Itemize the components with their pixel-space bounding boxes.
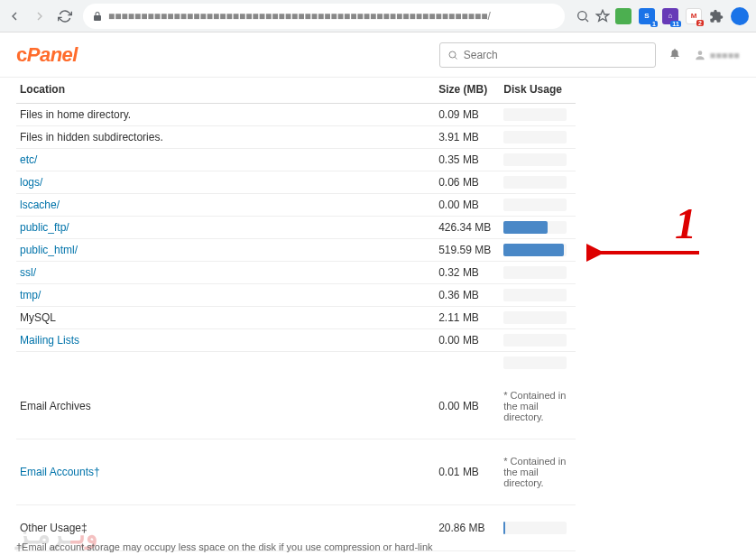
cell-usage xyxy=(494,262,576,284)
cell-size: 0.00 MB xyxy=(435,374,494,439)
table-row: lscache/ 0.00 MB xyxy=(16,194,576,217)
usage-bar xyxy=(503,199,567,211)
profile-icon[interactable] xyxy=(731,7,749,25)
extensions: S1 ⌂11 M2 xyxy=(615,7,749,25)
dir-link[interactable]: Mailing Lists xyxy=(20,334,79,347)
cell-location: ssl/ xyxy=(16,262,435,284)
dir-link[interactable]: Email Accounts† xyxy=(20,466,100,478)
dir-link[interactable]: public_html/ xyxy=(20,244,78,256)
cell-location: Files in home directory. xyxy=(16,104,435,126)
cell-size: 0.01 MB xyxy=(435,439,494,505)
usage-bar xyxy=(503,131,567,143)
cell-location: etc/ xyxy=(16,149,435,171)
usage-bar xyxy=(503,266,567,279)
usage-bar xyxy=(503,311,567,324)
dir-link[interactable]: tmp/ xyxy=(20,289,41,301)
search-url-icon[interactable] xyxy=(576,9,590,23)
table-row: tmp/ 0.36 MB xyxy=(16,284,576,307)
cell-location: Files in hidden subdirectories. xyxy=(16,126,435,149)
usage-bar xyxy=(503,176,567,189)
cell-size: 0.32 MB xyxy=(435,262,494,284)
cell-location: tmp/ xyxy=(16,284,435,307)
lock-icon xyxy=(92,11,103,22)
cell-usage xyxy=(494,217,576,239)
dir-link[interactable]: etc/ xyxy=(20,153,37,166)
usage-bar xyxy=(503,153,567,166)
table-row: Mailing Lists 0.00 MB xyxy=(16,329,576,352)
table-row: MySQL 2.11 MB xyxy=(16,307,576,329)
cell-usage xyxy=(494,284,576,307)
reload-icon[interactable] xyxy=(58,9,72,23)
cell-usage xyxy=(494,171,576,194)
ext-icon-4[interactable]: M2 xyxy=(686,8,702,24)
cell-location: logs/ xyxy=(16,171,435,194)
dir-link[interactable]: public_ftp/ xyxy=(20,221,69,234)
usage-bar xyxy=(503,522,567,534)
cell-size: 0.35 MB xyxy=(435,149,494,171)
usage-bar xyxy=(503,108,567,121)
forward-icon[interactable] xyxy=(32,9,47,23)
cell-location: lscache/ xyxy=(16,194,435,217)
table-row: public_html/ 519.59 MB xyxy=(16,239,576,262)
cell-note: * Contained in the mail directory. xyxy=(494,439,576,505)
cell-usage xyxy=(494,126,576,149)
col-location: Location xyxy=(16,78,435,104)
cell-size: 20.86 MB xyxy=(435,505,494,551)
col-size: Size (MB) xyxy=(435,78,494,104)
total-used: 974.00 MB total disk space used. xyxy=(435,551,576,556)
dir-link[interactable]: logs/ xyxy=(20,176,42,189)
usage-bar xyxy=(503,244,567,256)
star-icon[interactable] xyxy=(595,9,610,23)
table-row: etc/ 0.35 MB xyxy=(16,149,576,171)
user-menu[interactable]: ■■■■■ xyxy=(694,49,740,61)
table-row: logs/ 0.06 MB xyxy=(16,171,576,194)
address-bar[interactable]: ■■■■■■■■■■■■■■■■■■■■■■■■■■■■■■■■■■■■■■■■… xyxy=(83,4,565,29)
cell-usage xyxy=(494,307,576,329)
cell-usage xyxy=(494,239,576,262)
cell-size: 2.11 MB xyxy=(435,307,494,329)
cpanel-logo[interactable]: cPanel xyxy=(16,43,78,67)
table-row: Files in home directory. 0.09 MB xyxy=(16,104,576,126)
cell-usage xyxy=(494,194,576,217)
cell-location: public_ftp/ xyxy=(16,217,435,239)
svg-point-2 xyxy=(697,51,702,55)
back-icon[interactable] xyxy=(7,9,22,23)
cell-location: public_html/ xyxy=(16,239,435,262)
cell-size: 426.34 MB xyxy=(435,217,494,239)
search-input[interactable] xyxy=(464,49,648,61)
cell-usage xyxy=(494,149,576,171)
table-row: public_ftp/ 426.34 MB xyxy=(16,217,576,239)
puzzle-icon[interactable] xyxy=(709,9,724,23)
svg-point-1 xyxy=(449,51,456,58)
bell-icon[interactable] xyxy=(668,47,681,62)
cell-usage xyxy=(494,505,576,551)
cell-note: * Contained in the mail directory. xyxy=(494,374,576,439)
dir-link[interactable]: ssl/ xyxy=(20,266,36,279)
cell-size: 0.06 MB xyxy=(435,171,494,194)
cell-size: 0.00 MB xyxy=(435,329,494,352)
cell-size: 0.09 MB xyxy=(435,104,494,126)
ext-icon-3[interactable]: ⌂11 xyxy=(662,8,678,24)
url-text: ■■■■■■■■■■■■■■■■■■■■■■■■■■■■■■■■■■■■■■■■… xyxy=(108,10,491,23)
disk-usage-table: Location Size (MB) Disk Usage Files in h… xyxy=(16,78,576,555)
search-box[interactable] xyxy=(439,42,656,68)
table-row: Files in hidden subdirectories. 3.91 MB xyxy=(16,126,576,149)
cell-location: MySQL xyxy=(16,307,435,329)
ext-icon-1[interactable] xyxy=(615,8,632,24)
cell-location: Email Archives xyxy=(16,374,435,439)
cpanel-header: cPanel ■■■■■ xyxy=(0,32,756,78)
ext-icon-2[interactable]: S1 xyxy=(639,8,655,24)
footnote: †Email account storage may occupy less s… xyxy=(16,541,433,552)
cell-location: Email Accounts† xyxy=(16,439,435,505)
svg-point-0 xyxy=(578,11,586,19)
usage-bar xyxy=(503,289,567,301)
cell-size: 519.59 MB xyxy=(435,239,494,262)
cell-size: 0.36 MB xyxy=(435,284,494,307)
usage-bar xyxy=(503,334,567,347)
dir-link[interactable]: lscache/ xyxy=(20,199,60,211)
search-icon xyxy=(447,50,458,60)
cell-usage xyxy=(494,329,576,352)
main-content: Location Size (MB) Disk Usage Files in h… xyxy=(0,78,756,555)
cell-usage xyxy=(494,104,576,126)
cell-location: Mailing Lists xyxy=(16,329,435,352)
